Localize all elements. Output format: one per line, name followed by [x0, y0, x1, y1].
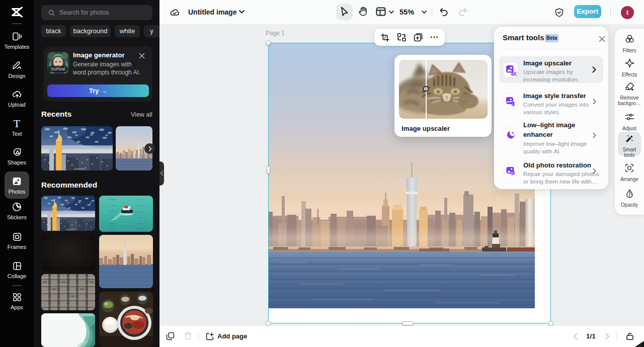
- svg-text:C: C: [511, 171, 514, 176]
- svg-text:4K: 4K: [511, 71, 518, 77]
